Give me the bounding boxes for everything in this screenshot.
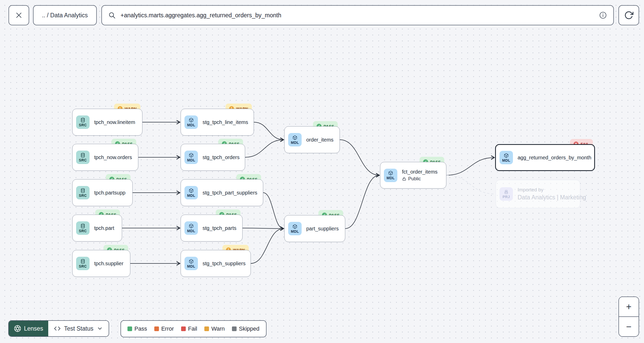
node-card: SRCtpch_now.lineitem — [72, 109, 142, 136]
edges-layer — [0, 0, 644, 343]
node-agg_returned[interactable]: ✕FAILMDLagg_returned_orders_by_month — [495, 144, 595, 171]
database-icon — [80, 223, 85, 229]
node-title: tpch.partsupp — [94, 190, 125, 196]
database-icon — [80, 188, 85, 193]
info-icon — [599, 11, 607, 19]
legend-item-fail: Fail — [181, 325, 197, 332]
chip-label: SRC — [79, 123, 87, 127]
lineage-canvas[interactable]: !WARNSRCtpch_now.lineitem!WARNMDLstg_tpc… — [0, 0, 644, 343]
node-title: stg_tpch_suppliers — [203, 261, 246, 267]
node-stg_orders[interactable]: ✓PASSMDLstg_tpch_orders — [181, 144, 245, 171]
model-cube-icon — [292, 224, 297, 229]
chip-label: MDL — [187, 193, 195, 198]
chip-label: MDL — [387, 176, 395, 180]
zoom-controls: + − — [618, 297, 639, 337]
node-title: stg_tpch_line_items — [203, 119, 248, 125]
node-stg_suppliers[interactable]: !WARNMDLstg_tpch_suppliers — [181, 250, 251, 277]
model-chip: MDL — [184, 186, 198, 199]
close-icon — [15, 11, 23, 19]
model-chip: MDL — [184, 221, 198, 235]
search-input[interactable] — [120, 12, 595, 19]
access-level-label: Public — [408, 176, 421, 182]
search-icon — [108, 11, 116, 19]
edge-fct_order_items-to-agg_returned — [446, 158, 494, 175]
node-card: PRJImported byData Analytics | Marketing — [496, 180, 580, 208]
model-chip: MDL — [288, 133, 302, 146]
source-chip: SRC — [76, 115, 90, 129]
edge-stg_suppliers-to-part_suppliers — [251, 229, 284, 263]
database-icon — [80, 153, 85, 158]
legend-label: Fail — [188, 325, 197, 332]
model-chip: MDL — [384, 169, 397, 182]
model-cube-icon — [292, 135, 297, 140]
aperture-icon — [14, 325, 21, 332]
edge-part_suppliers-to-fct_order_items — [345, 175, 379, 229]
chip-label: SRC — [79, 193, 87, 198]
chip-label: SRC — [79, 158, 87, 162]
lenses-button[interactable]: Lenses — [9, 321, 48, 336]
project-stack-icon — [504, 189, 509, 194]
model-cube-icon — [189, 223, 194, 229]
chip-label: MDL — [291, 229, 299, 233]
breadcrumb[interactable]: .. / Data Analytics — [33, 5, 97, 25]
legend-label: Warn — [211, 325, 225, 332]
refresh-button[interactable] — [618, 5, 639, 25]
source-chip: SRC — [76, 186, 90, 199]
search-bar[interactable] — [101, 5, 614, 25]
node-src_lineitem[interactable]: !WARNSRCtpch_now.lineitem — [72, 109, 142, 136]
model-chip: MDL — [184, 115, 198, 129]
legend-swatch — [127, 326, 132, 331]
node-stg_part_suppliers[interactable]: ✓PASSMDLstg_tpch_part_suppliers — [181, 179, 263, 206]
node-card: MDLstg_tpch_line_items — [181, 109, 254, 136]
model-cube-icon — [189, 259, 194, 264]
legend-item-error: Error — [154, 325, 174, 332]
chip-label: MDL — [187, 158, 195, 162]
node-title: stg_tpch_parts — [203, 225, 236, 231]
node-title: tpch_now.lineitem — [94, 119, 135, 125]
node-card: MDLpart_suppliers — [284, 215, 345, 242]
node-stg_parts[interactable]: ✓PASSMDLstg_tpch_parts — [181, 215, 243, 241]
node-order_items[interactable]: ✓PASSMDLorder_items — [284, 126, 340, 153]
node-part_suppliers[interactable]: ✓PASSMDLpart_suppliers — [284, 215, 345, 242]
legend-item-skipped: Skipped — [232, 325, 260, 332]
node-src_partsupp[interactable]: ✓PASSSRCtpch.partsupp — [72, 179, 133, 206]
node-src_part[interactable]: ✓PASSSRCtpch.part — [72, 215, 122, 241]
node-stg_line_items[interactable]: !WARNMDLstg_tpch_line_items — [181, 109, 254, 136]
chevron-down-icon — [97, 325, 103, 332]
chip-label: SRC — [79, 229, 87, 233]
chip-label: MDL — [502, 158, 510, 162]
node-src_supplier[interactable]: ✓PASSSRCtpch.supplier — [72, 250, 130, 277]
node-title: tpch.supplier — [94, 261, 123, 267]
node-src_orders[interactable]: ✓PASSSRCtpch_now.orders — [72, 144, 138, 171]
model-chip: MDL — [288, 222, 302, 235]
breadcrumb-label: .. / Data Analytics — [42, 12, 88, 19]
legend-label: Error — [161, 325, 174, 332]
node-card: SRCtpch.supplier — [72, 250, 130, 277]
database-icon — [80, 118, 85, 123]
model-cube-icon — [504, 153, 509, 158]
info-button[interactable] — [599, 11, 607, 19]
edge-stg_line_items-to-order_items — [254, 122, 284, 140]
model-chip: MDL — [184, 257, 198, 270]
node-prj_imported[interactable]: PRJImported byData Analytics | Marketing — [496, 180, 580, 208]
chip-label: MDL — [291, 141, 299, 145]
zoom-in-button[interactable]: + — [619, 297, 639, 316]
chip-label: SRC — [79, 264, 87, 268]
node-title: agg_returned_orders_by_month — [518, 155, 591, 161]
node-card: MDLfct_order_itemsPublic — [380, 162, 446, 189]
chip-label: MDL — [187, 264, 195, 268]
lens-selector[interactable]: Test Status — [48, 321, 109, 336]
source-chip: SRC — [76, 221, 90, 235]
close-button[interactable] — [9, 5, 29, 25]
test-status-legend: PassErrorFailWarnSkipped — [120, 320, 267, 337]
zoom-out-button[interactable]: − — [619, 317, 639, 336]
node-title: Imported by — [518, 187, 576, 193]
model-chip: MDL — [184, 151, 198, 164]
source-chip: SRC — [76, 257, 90, 270]
model-cube-icon — [189, 188, 194, 193]
node-card: SRCtpch.partsupp — [72, 179, 133, 206]
node-fct_order_items[interactable]: ✓PASSMDLfct_order_itemsPublic — [380, 162, 446, 189]
project-chip: PRJ — [500, 187, 513, 201]
node-title: tpch_now.orders — [94, 154, 132, 160]
legend-item-warn: Warn — [204, 325, 225, 332]
